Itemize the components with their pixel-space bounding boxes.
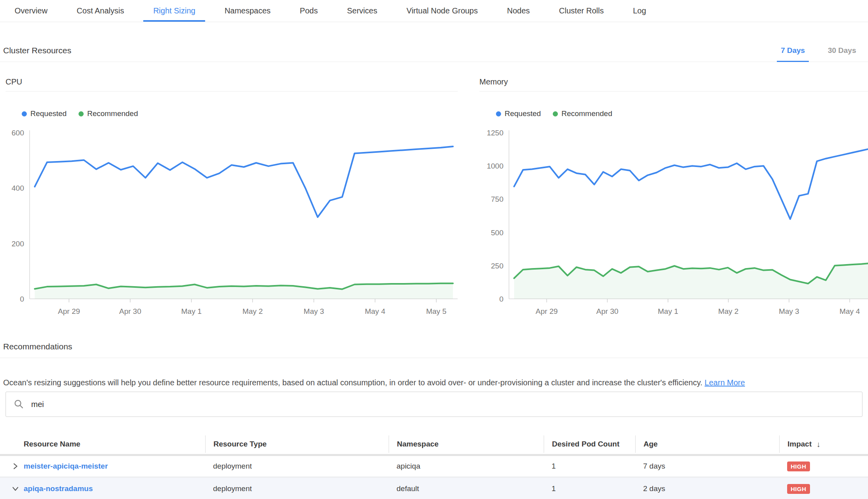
impact-badge: HIGH [787,484,810,494]
cpu-chart-title: CPU [6,77,458,92]
range-30-days[interactable]: 30 Days [821,39,862,62]
recommendations-header: Recommendations [0,336,868,358]
tab-cost-analysis[interactable]: Cost Analysis [62,0,138,22]
memory-y-tick-label: 1000 [487,162,503,170]
age-cell: 2 days [635,484,779,493]
recommended-legend-dot-icon [79,111,84,116]
impact-cell: HIGH [779,461,868,471]
memory-x-tick-label: Apr 30 [596,307,618,315]
requested-legend-dot-icon [22,111,27,116]
cpu-x-tick-label: May 5 [426,307,447,315]
tab-services[interactable]: Services [332,0,392,22]
namespace-cell: default [389,484,544,493]
column-header-namespace[interactable]: Namespace [389,435,544,453]
memory-y-tick-label: 0 [499,295,503,303]
active-tab-indicator [143,20,205,22]
impact-cell: HIGH [779,484,868,494]
resource-name-link[interactable]: apiqa-nostradamus [24,484,205,493]
resource-type-cell: deployment [205,462,389,471]
column-header-resource-name[interactable]: Resource Name [24,435,205,453]
namespace-cell: apiciqa [389,462,544,471]
recommendations-description: Ocean's resizing suggestions will help y… [3,378,860,387]
cluster-resources-header: Cluster Resources 7 Days30 Days [0,39,868,62]
legend-item-requested[interactable]: Requested [22,109,67,118]
cpu-y-tick-label: 200 [11,240,24,248]
desired-pod-count-cell: 1 [544,462,635,471]
column-header-resource-type[interactable]: Resource Type [205,435,389,453]
search-input[interactable] [30,400,854,409]
recommended-legend-dot-icon [553,111,558,116]
impact-badge: HIGH [787,461,810,471]
tab-right-sizing[interactable]: Right Sizing [138,0,210,22]
recommendations-table: Resource NameResource TypeNamespaceDesir… [0,434,868,499]
column-header-impact[interactable]: Impact↓ [779,435,868,453]
tab-virtual-node-groups[interactable]: Virtual Node Groups [392,0,492,22]
cpu-x-tick-label: May 2 [242,307,263,315]
age-cell: 7 days [635,462,779,471]
legend-label: Requested [30,109,67,118]
column-header-label: Resource Type [213,440,267,448]
memory-x-tick-label: May 3 [779,307,799,315]
tab-cluster-rolls[interactable]: Cluster Rolls [544,0,618,22]
memory-x-tick-label: May 4 [840,307,860,315]
sort-arrow-icon[interactable]: ↓ [816,440,820,449]
cpu-x-tick-label: Apr 29 [58,307,80,315]
recommendations-description-text: Ocean's resizing suggestions will help y… [3,378,702,387]
cpu-chart-legend: RequestedRecommended [22,109,138,118]
table-row[interactable]: apiqa-nostradamusdeploymentdefault12 day… [0,478,868,499]
table-row[interactable]: meister-apiciqa-meisterdeploymentapiciqa… [0,456,868,476]
cpu-x-tick-label: May 1 [181,307,202,315]
cluster-resources-title: Cluster Resources [3,46,71,55]
memory-y-tick-label: 750 [491,195,503,203]
memory-chart-legend: RequestedRecommended [496,109,612,118]
tab-nodes[interactable]: Nodes [492,0,544,22]
legend-label: Requested [505,109,541,118]
column-header-label: Age [644,440,658,448]
page: OverviewCost AnalysisRight SizingNamespa… [0,0,868,499]
memory-x-tick-label: May 1 [658,307,678,315]
chevron-down-icon[interactable] [0,485,24,492]
column-header-desired-pod-count[interactable]: Desired Pod Count [544,435,635,453]
memory-y-tick-label: 250 [491,262,503,270]
column-header-age[interactable]: Age [635,435,779,453]
tab-log[interactable]: Log [618,0,660,22]
memory-x-tick-label: Apr 29 [536,307,558,315]
tab-pods[interactable]: Pods [285,0,333,22]
tab-namespaces[interactable]: Namespaces [210,0,285,22]
cpu-requested-line [35,146,453,217]
memory-y-tick-label: 1250 [487,129,503,137]
recommendations-title: Recommendations [3,342,72,351]
top-tab-bar: OverviewCost AnalysisRight SizingNamespa… [0,0,868,22]
header-chevron-spacer [0,435,24,453]
requested-legend-dot-icon [496,111,501,116]
search-icon [14,399,24,409]
learn-more-link[interactable]: Learn More [705,378,745,387]
memory-x-tick-label: May 2 [718,307,739,315]
legend-item-recommended[interactable]: Recommended [553,109,612,118]
memory-requested-line [514,148,868,219]
active-range-indicator [777,61,809,62]
cpu-y-tick-label: 400 [11,184,24,192]
chevron-right-icon[interactable] [0,463,24,470]
resource-search [6,392,862,417]
legend-item-requested[interactable]: Requested [496,109,541,118]
cpu-y-tick-label: 600 [11,129,24,137]
column-header-label: Desired Pod Count [552,440,619,448]
tab-overview[interactable]: Overview [0,0,62,22]
memory-chart: 025050075010001250Apr 29Apr 30May 1May 2… [479,126,868,319]
cpu-x-tick-label: May 3 [304,307,324,315]
column-header-label: Impact [788,440,812,448]
legend-label: Recommended [561,109,612,118]
time-range-toggle: 7 Days30 Days [764,39,862,62]
memory-y-tick-label: 500 [491,229,503,237]
table-header-row: Resource NameResource TypeNamespaceDesir… [0,434,868,454]
legend-item-recommended[interactable]: Recommended [79,109,138,118]
cpu-y-tick-label: 0 [20,295,24,303]
column-header-label: Namespace [397,440,439,448]
range-7-days[interactable]: 7 Days [774,39,811,62]
resource-name-link[interactable]: meister-apiciqa-meister [24,462,205,471]
resource-type-cell: deployment [205,484,389,493]
memory-chart-title: Memory [479,77,868,92]
cpu-x-tick-label: Apr 30 [119,307,141,315]
cpu-x-tick-label: May 4 [365,307,385,315]
